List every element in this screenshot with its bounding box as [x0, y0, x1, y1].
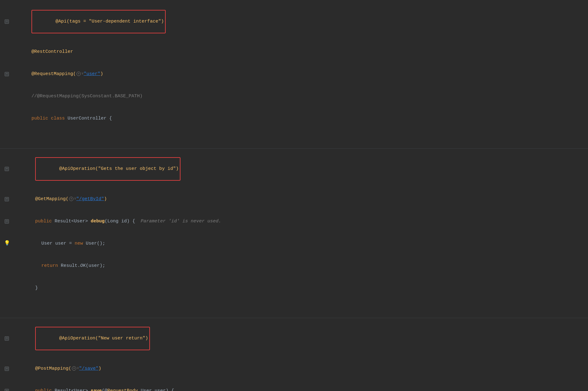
fold-icon-8[interactable]: − [5, 167, 9, 171]
gutter-9: − [1, 197, 12, 201]
gutter-1: − [1, 19, 12, 24]
code-line-7 [0, 138, 588, 147]
code-line-15 [0, 308, 588, 317]
gutter-18: − [1, 389, 12, 391]
line-content-17: @PostMapping(⊙∨"/save") [12, 358, 587, 380]
code-line-9: − @GetMapping(⊙∨"/getById") [0, 188, 588, 210]
code-line-5: public class UserController { [0, 107, 588, 130]
user-type-decl: User user = [41, 241, 75, 246]
code-line-3: − @RequestMapping(⊙∨"user") [0, 63, 588, 85]
separator-1 [0, 148, 588, 149]
gutter-16: − [1, 336, 12, 341]
ok-args-12: (user); [86, 263, 105, 268]
git-icon-17: ⊙ [72, 366, 76, 371]
line-content-5: public class UserController { [12, 107, 587, 130]
api-operation-2-text: @ApiOperation("New user return") [59, 336, 148, 341]
ok-method-12: OK [80, 263, 86, 268]
gutter-8: − [1, 167, 12, 171]
fold-icon-3[interactable]: − [5, 72, 9, 76]
line-content-4: //@RequestMapping(SysConstant.BASE_PATH) [12, 85, 587, 107]
code-line-10: − public Result<User> debug(Long id) { P… [0, 210, 588, 233]
post-mapping-save-close: ) [98, 366, 101, 371]
request-mapping-annotation: @RequestMapping( [31, 71, 76, 77]
code-line-16: − @ApiOperation("New user return") [0, 319, 588, 358]
debug-params: (Long id) { [105, 219, 135, 224]
line-content-8: @ApiOperation("Gets the user object by i… [12, 150, 587, 188]
code-line-18: − public Result<User> save(@RequestBody … [0, 380, 588, 391]
gutter-11: 💡 [1, 240, 12, 248]
public-keyword-5: public [31, 116, 51, 121]
highlight-apioperation-2: @ApiOperation("New user return") [35, 327, 150, 350]
code-line-13: } [0, 277, 588, 299]
line-content-6 [12, 130, 587, 138]
public-keyword-18: public [35, 388, 55, 391]
fold-icon-17[interactable]: − [5, 367, 9, 371]
user-constructor: User(); [86, 241, 105, 246]
get-mapping-close: ) [104, 196, 107, 202]
line-content-7 [12, 139, 587, 146]
save-params-2: User user) { [138, 388, 174, 391]
line-content-9: @GetMapping(⊙∨"/getById") [12, 188, 587, 210]
gutter-3: − [1, 72, 12, 76]
code-line-11: 💡 User user = new User(); [0, 233, 588, 255]
code-line-12: return Result.OK(user); [0, 255, 588, 277]
request-mapping-value[interactable]: "user" [84, 71, 100, 77]
class-name: UserController { [68, 116, 112, 121]
api-annotation-text: @Api(tags = "User-dependent interface") [56, 19, 164, 24]
fold-icon-10[interactable]: − [5, 219, 9, 224]
line-content-18: public Result<User> save(@RequestBody Us… [12, 380, 587, 391]
fold-icon-9[interactable]: − [5, 197, 9, 201]
rest-controller-annotation: @RestController [31, 49, 73, 54]
git-icon-3: ⊙ [77, 72, 81, 76]
line-content-14 [12, 300, 587, 307]
git-badge-9: ⊙∨ [68, 196, 76, 202]
line-content-11: User user = new User(); [12, 233, 587, 255]
class-keyword: class [51, 116, 68, 121]
fold-icon-18[interactable]: − [5, 389, 9, 391]
request-body-annotation: RequestBody [107, 388, 138, 391]
line-content-10: public Result<User> debug(Long id) { Par… [12, 210, 587, 233]
gutter-10: − [1, 219, 12, 224]
lightbulb-icon[interactable]: 💡 [4, 240, 10, 248]
debug-method: debug [91, 219, 105, 224]
post-mapping-save-value[interactable]: "/save" [79, 366, 98, 371]
highlight-apioperation-1: @ApiOperation("Gets the user object by i… [35, 157, 180, 181]
code-line-2: @RestController [0, 41, 588, 63]
code-editor: − @Api(tags = "User-dependent interface"… [0, 0, 588, 391]
line-content-3: @RequestMapping(⊙∨"user") [12, 63, 587, 85]
git-badge-3: ⊙∨ [76, 71, 84, 77]
request-mapping-close: ) [100, 71, 103, 77]
close-brace-13: } [35, 285, 38, 291]
line-content-16: @ApiOperation("New user return") [12, 319, 587, 358]
fold-icon-1[interactable]: − [5, 19, 9, 24]
post-mapping-save-annotation: @PostMapping( [35, 366, 71, 371]
git-icon-9: ⊙ [69, 197, 73, 201]
highlight-api: @Api(tags = "User-dependent interface") [31, 10, 166, 33]
separator-2 [0, 318, 588, 318]
save-params: (@ [102, 388, 107, 391]
save-method: save [91, 388, 102, 391]
result-type-10: Result< [55, 219, 74, 224]
new-keyword: new [75, 241, 86, 246]
comment-line: //@RequestMapping(SysConstant.BASE_PATH) [31, 94, 143, 99]
public-keyword-10: public [35, 219, 55, 224]
line-content-15 [12, 309, 587, 316]
code-line-4: //@RequestMapping(SysConstant.BASE_PATH) [0, 85, 588, 107]
line-content-1: @Api(tags = "User-dependent interface") [12, 2, 587, 41]
api-operation-1-text: @ApiOperation("Gets the user object by i… [59, 166, 179, 171]
fold-icon-16[interactable]: − [5, 336, 9, 341]
line-content-2: @RestController [12, 41, 587, 63]
code-line-17: − @PostMapping(⊙∨"/save") [0, 358, 588, 380]
code-line-6 [0, 130, 588, 138]
result-type-18: Result<User> [55, 388, 91, 391]
gutter-17: − [1, 367, 12, 371]
return-keyword-12: return [41, 263, 61, 268]
code-line-14 [0, 299, 588, 308]
get-mapping-value[interactable]: "/getById" [76, 196, 104, 202]
warning-message: Parameter 'id' is never used. [135, 219, 221, 224]
line-content-12: return Result.OK(user); [12, 255, 587, 277]
line-content-13: } [12, 277, 587, 299]
result-ok-12: Result. [61, 263, 80, 268]
code-line-1: − @Api(tags = "User-dependent interface"… [0, 2, 588, 41]
user-type-10: User> [74, 219, 91, 224]
